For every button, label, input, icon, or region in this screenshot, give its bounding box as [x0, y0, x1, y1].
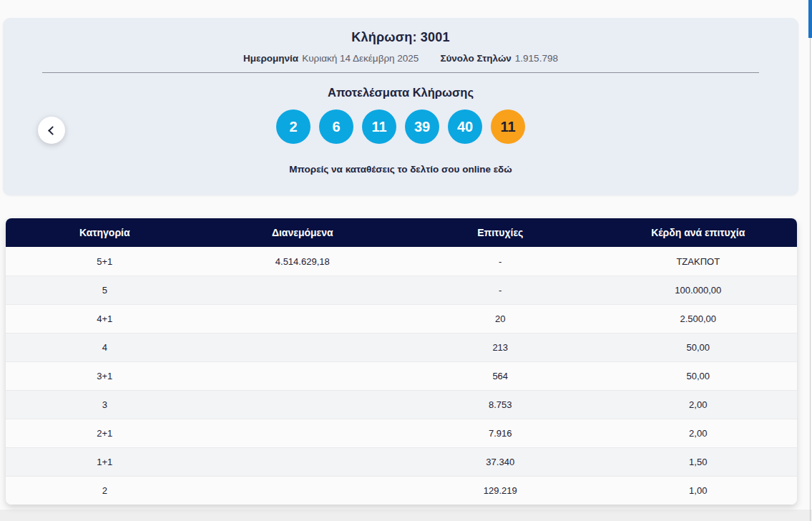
previous-draw-button[interactable] [38, 117, 65, 144]
cell-winners: 213 [401, 333, 600, 361]
draw-results-panel: Κλήρωση: 3001 ΗμερομηνίαΚυριακή 14 Δεκέμ… [3, 18, 798, 195]
scrollbar-thumb[interactable] [808, 0, 812, 38]
prize-table-header: Κατηγορία Διανεμόμενα Επιτυχίες Κέρδη αν… [6, 218, 797, 247]
cell-category: 3+1 [6, 362, 204, 390]
cell-category: 2 [6, 477, 204, 505]
table-row: 5-100.000,00 [6, 276, 797, 304]
cell-distributed: 4.514.629,18 [204, 247, 402, 276]
cell-distributed [204, 391, 402, 419]
cell-prize-per-winner: 2.500,00 [600, 305, 798, 333]
cell-winners: - [401, 247, 600, 276]
header-prize-per-winner: Κέρδη ανά επιτυχία [600, 218, 798, 247]
prize-table-body: 5+14.514.629,18-ΤΖΑΚΠΟΤ5-100.000,004+120… [6, 247, 797, 505]
winning-number-ball: 40 [448, 109, 482, 144]
columns-label: Σύνολο Στηλών [440, 53, 511, 64]
table-row: 2129.2191,00 [6, 476, 797, 505]
cell-distributed [204, 477, 402, 505]
cell-distributed [204, 362, 402, 390]
winning-number-ball: 2 [276, 109, 310, 144]
scrollbar-track [810, 38, 811, 521]
cell-category: 4+1 [6, 305, 204, 333]
cell-category: 5 [6, 276, 204, 304]
header-distributed: Διανεμόμενα [204, 218, 402, 247]
table-row: 1+137.3401,50 [6, 447, 797, 476]
cell-winners: 564 [401, 362, 600, 390]
draw-meta: ΗμερομηνίαΚυριακή 14 Δεκέμβρη 2025 Σύνολ… [3, 53, 798, 64]
table-row: 5+14.514.629,18-ΤΖΑΚΠΟΤ [6, 247, 797, 276]
cell-category: 4 [6, 333, 204, 361]
cell-distributed [204, 448, 402, 476]
cell-winners: - [401, 276, 600, 304]
header-category: Κατηγορία [6, 218, 204, 247]
winning-numbers: 2611394011 [3, 109, 798, 144]
winning-number-ball: 11 [362, 109, 396, 144]
winning-number-ball: 39 [405, 109, 439, 144]
cell-prize-per-winner: ΤΖΑΚΠΟΤ [600, 247, 798, 276]
table-row: 2+17.9162,00 [6, 419, 797, 447]
table-row: 421350,00 [6, 333, 797, 361]
table-row: 3+156450,00 [6, 361, 797, 390]
table-row: 4+1202.500,00 [6, 304, 797, 333]
cell-prize-per-winner: 50,00 [600, 362, 798, 390]
cell-winners: 7.916 [401, 419, 600, 447]
cell-winners: 8.753 [401, 391, 600, 419]
draw-date: ΗμερομηνίαΚυριακή 14 Δεκέμβρη 2025 [243, 53, 419, 64]
date-label: Ημερομηνία [243, 53, 298, 64]
cell-prize-per-winner: 1,00 [600, 477, 798, 505]
cell-distributed [204, 419, 402, 447]
prize-table: Κατηγορία Διανεμόμενα Επιτυχίες Κέρδη αν… [6, 218, 797, 505]
total-columns: Σύνολο Στηλών1.915.798 [440, 53, 558, 64]
cell-category: 3 [6, 391, 204, 419]
results-title: Αποτελέσματα Κλήρωσης [3, 86, 798, 99]
table-row: 38.7532,00 [6, 390, 797, 419]
winning-number-ball: 6 [319, 109, 353, 144]
cell-prize-per-winner: 50,00 [600, 333, 798, 361]
cell-prize-per-winner: 1,50 [600, 448, 798, 476]
cell-winners: 129.219 [401, 477, 600, 505]
columns-value: 1.915.798 [515, 53, 558, 64]
chevron-left-icon [48, 126, 57, 135]
draw-title: Κλήρωση: 3001 [3, 18, 798, 45]
joker-number-ball: 11 [491, 109, 525, 144]
date-value: Κυριακή 14 Δεκέμβρη 2025 [302, 53, 419, 64]
cell-category: 5+1 [6, 247, 204, 276]
cell-distributed [204, 305, 402, 333]
page-bottom-background [0, 510, 812, 521]
cell-prize-per-winner: 100.000,00 [600, 276, 798, 304]
cell-prize-per-winner: 2,00 [600, 391, 798, 419]
cell-prize-per-winner: 2,00 [600, 419, 798, 447]
online-ticket-link[interactable]: Μπορείς να καταθέσεις το δελτίο σου onli… [3, 164, 798, 175]
cell-distributed [204, 276, 402, 304]
cell-category: 1+1 [6, 448, 204, 476]
panel-divider [42, 72, 759, 73]
cell-winners: 20 [401, 305, 600, 333]
cell-winners: 37.340 [401, 448, 600, 476]
header-winners: Επιτυχίες [401, 218, 600, 247]
cell-distributed [204, 333, 402, 361]
cell-category: 2+1 [6, 419, 204, 447]
